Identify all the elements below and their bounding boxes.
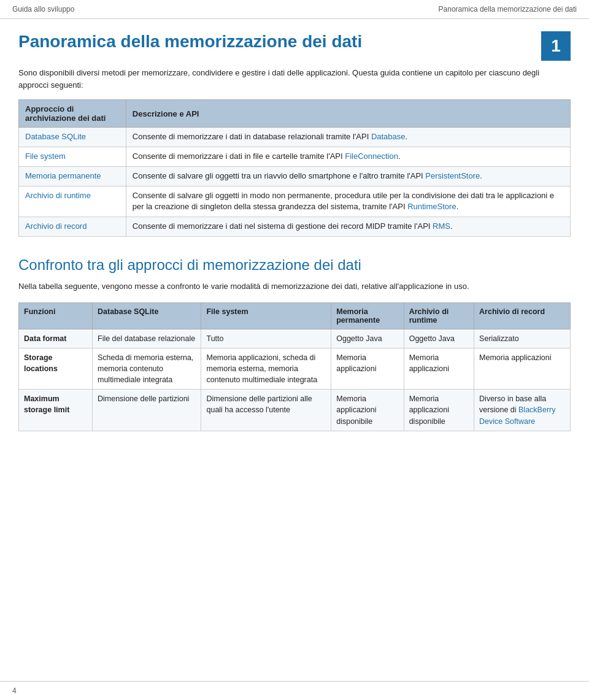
comparison-col-header-4: Archivio di runtime: [404, 302, 474, 329]
description-cell-0: Consente di memorizzare i dati in databa…: [126, 128, 570, 147]
header-right: Panoramica della memorizzazione dei dati: [439, 5, 577, 13]
comparison-cell-1-2: Memoria applicazioni: [331, 348, 404, 389]
comparison-cell-2-3: Memoria applicazioni disponibile: [404, 390, 474, 431]
comparison-cell-1-0: Scheda di memoria esterna, memoria conte…: [93, 348, 201, 389]
comparison-col-header-2: File system: [201, 302, 331, 329]
page-number: 4: [12, 687, 17, 695]
comparison-col-header-5: Archivio di record: [474, 302, 571, 329]
comparison-col-header-0: Funzioni: [19, 302, 93, 329]
comparison-cell-1-4: Memoria applicazioni: [474, 348, 571, 389]
chapter-badge: 1: [541, 31, 571, 61]
comparison-cell-0-4: Serializzato: [474, 329, 571, 348]
approach-table: Approccio di archiviazione dei dati Desc…: [18, 99, 571, 237]
description-cell-3: Consente di salvare gli oggetti in modo …: [126, 186, 570, 217]
comparison-table: FunzioniDatabase SQLiteFile systemMemori…: [18, 302, 571, 431]
page-title: Panoramica della memorizzazione dei dati: [18, 31, 531, 52]
comparison-cell-1-3: Memoria applicazioni: [404, 348, 474, 389]
comparison-col-header-3: Memoria permanente: [331, 302, 404, 329]
description-cell-2: Consente di salvare gli oggetti tra un r…: [126, 166, 570, 186]
header-bar: Guida allo sviluppo Panoramica della mem…: [0, 0, 589, 19]
comparison-cell-2-0: Dimensione delle partizioni: [93, 390, 201, 431]
description-cell-4: Consente di memorizzare i dati nel siste…: [126, 217, 570, 237]
description-cell-1: Consente di memorizzare i dati in file e…: [126, 147, 570, 166]
comparison-cell-1-1: Memoria applicazioni, scheda di memoria …: [201, 348, 331, 389]
description-col-header: Descrizione e API: [126, 100, 570, 128]
section-title: Confronto tra gli approcci di memorizzaz…: [18, 255, 571, 274]
comparison-col-header-1: Database SQLite: [93, 302, 201, 329]
row-label-0: Data format: [19, 329, 93, 348]
comparison-cell-2-4: Diverso in base alla versione di BlackBe…: [474, 390, 571, 431]
approach-cell-2: Memoria permanente: [19, 166, 126, 186]
comparison-cell-0-2: Oggetto Java: [331, 329, 404, 348]
approach-cell-4: Archivio di record: [19, 217, 126, 237]
section-intro: Nella tabella seguente, vengono messe a …: [18, 280, 571, 293]
comparison-cell-2-1: Dimensione delle partizioni alle quali h…: [201, 390, 331, 431]
intro-text: Sono disponibili diversi metodi per memo…: [18, 67, 571, 91]
approach-cell-0: Database SQLite: [19, 128, 126, 147]
comparison-cell-0-0: File del database relazionale: [93, 329, 201, 348]
comparison-cell-2-2: Memoria applicazioni disponibile: [331, 390, 404, 431]
approach-col-header: Approccio di archiviazione dei dati: [19, 100, 126, 128]
comparison-cell-0-1: Tutto: [201, 329, 331, 348]
comparison-cell-0-3: Oggetto Java: [404, 329, 474, 348]
approach-cell-3: Archivio di runtime: [19, 186, 126, 217]
row-label-2: Maximum storage limit: [19, 390, 93, 431]
header-left: Guida allo sviluppo: [12, 5, 74, 13]
footer: 4: [0, 681, 589, 700]
approach-cell-1: File system: [19, 147, 126, 166]
row-label-1: Storage locations: [19, 348, 93, 389]
